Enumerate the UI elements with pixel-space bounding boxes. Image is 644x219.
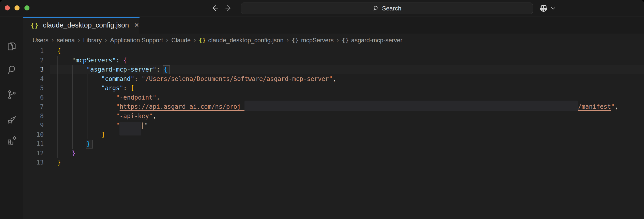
titlebar: Search <box>0 0 644 17</box>
breadcrumb-label: selena <box>57 37 75 44</box>
code-line[interactable]: "mcpServers": { <box>44 56 127 65</box>
chevron-right-icon: › <box>104 36 107 44</box>
breadcrumb-item[interactable]: {}mcpServers <box>292 37 333 44</box>
code-token: "-endpoint" <box>116 94 156 101</box>
line-number[interactable]: 4 <box>23 74 44 84</box>
chevron-right-icon: › <box>78 36 80 44</box>
branch-icon <box>6 89 17 101</box>
breadcrumb-label: asgard-mcp-server <box>351 37 402 44</box>
command-center-search-box[interactable]: Search <box>241 3 533 14</box>
code-line[interactable]: "|" <box>44 121 148 130</box>
sidebar-item-extensions[interactable] <box>6 135 17 147</box>
breadcrumb-item[interactable]: Claude <box>171 37 191 44</box>
code-token: | <box>141 122 144 129</box>
code-token: "args" <box>101 85 123 92</box>
code-row: 11} <box>23 139 644 149</box>
chevron-right-icon: › <box>51 36 54 44</box>
redacted-text-gap <box>120 127 141 127</box>
copilot-menu-button[interactable] <box>539 3 556 13</box>
code-token: " <box>144 122 148 129</box>
code-token: "mcpServers" <box>72 57 116 64</box>
code-row: 2"mcpServers": { <box>23 56 644 65</box>
breadcrumb-label: Application Support <box>110 37 163 44</box>
code-token: [ <box>131 85 134 92</box>
code-line[interactable]: "command": "/Users/selena/Documents/Soft… <box>44 74 336 84</box>
code-token: : <box>116 57 123 64</box>
breadcrumb-item[interactable]: Application Support <box>110 37 163 44</box>
code-token: , <box>615 103 618 110</box>
breadcrumb-label: Library <box>83 37 102 44</box>
editor[interactable]: 1{2"mcpServers": {3"asgard-mcp-server": … <box>23 46 644 219</box>
chevron-down-icon <box>550 7 556 10</box>
chevron-right-icon: › <box>166 36 168 44</box>
tab-claude-desktop-config[interactable]: {} claude_desktop_config.json ✕ <box>23 17 140 34</box>
code-row: 3"asgard-mcp-server": { <box>23 65 644 74</box>
line-number[interactable]: 9 <box>23 121 44 130</box>
code-line[interactable]: "args": [ <box>44 84 134 93</box>
line-number[interactable]: 11 <box>23 139 44 149</box>
code-token: : <box>156 66 164 73</box>
code-token: , <box>333 75 336 83</box>
json-braces-icon: {} <box>342 37 349 43</box>
code-line[interactable]: { <box>44 46 61 56</box>
code-row: 13} <box>23 158 644 167</box>
traffic-light-minimize-button[interactable] <box>14 5 20 10</box>
code-line[interactable]: ] <box>44 130 105 140</box>
sidebar-item-explorer[interactable] <box>6 41 17 52</box>
breadcrumb-item[interactable]: selena <box>57 37 75 44</box>
tab-close-button[interactable]: ✕ <box>134 22 139 28</box>
code-line[interactable]: "asgard-mcp-server": { <box>44 65 167 74</box>
code-token: } <box>57 159 61 166</box>
line-number[interactable]: 7 <box>23 102 44 112</box>
forward-button[interactable] <box>224 4 233 13</box>
line-number[interactable]: 13 <box>23 158 44 167</box>
search-icon <box>6 64 17 76</box>
line-number[interactable]: 6 <box>23 93 44 102</box>
traffic-light-zoom-button[interactable] <box>24 5 29 10</box>
code-line[interactable]: "-endpoint", <box>44 93 160 102</box>
code-token: "-api-key" <box>116 113 153 120</box>
line-number[interactable]: 10 <box>23 130 44 140</box>
code-row: 1{ <box>23 46 644 56</box>
line-number[interactable]: 1 <box>23 46 44 56</box>
line-number[interactable]: 12 <box>23 149 44 158</box>
code-line[interactable]: "-api-key", <box>44 112 156 121</box>
code-line[interactable]: } <box>44 158 61 167</box>
code-token: { <box>57 47 61 54</box>
line-number[interactable]: 5 <box>23 84 44 93</box>
json-braces-icon: {} <box>292 37 299 43</box>
activity-bar <box>0 17 23 219</box>
breadcrumb-item[interactable]: {}asgard-mcp-server <box>342 37 403 44</box>
sidebar-item-source-control[interactable] <box>6 90 17 101</box>
chevron-right-icon: › <box>193 36 196 44</box>
line-number[interactable]: 3 <box>23 65 44 74</box>
code-token: : <box>134 75 142 83</box>
code-line[interactable]: "https://api.asgard-ai.com/ns/proj-/mani… <box>44 102 618 112</box>
tab-label: claude_desktop_config.json <box>43 21 129 29</box>
code-token: : <box>123 85 131 92</box>
breadcrumb-item[interactable]: {}claude_desktop_config.json <box>199 37 284 44</box>
code-line[interactable]: } <box>44 149 75 158</box>
back-button[interactable] <box>210 4 220 13</box>
code-token: /manifest <box>578 103 611 110</box>
line-number[interactable]: 2 <box>23 56 44 65</box>
extensions-icon <box>6 135 17 147</box>
arrow-left-icon <box>211 4 219 13</box>
code-row: 8"-api-key", <box>23 112 644 121</box>
code-token: " <box>116 103 119 110</box>
code-row: 9"|" <box>23 121 644 130</box>
debug-icon <box>6 114 17 126</box>
sidebar-item-run-debug[interactable] <box>6 115 17 126</box>
breadcrumb-item[interactable]: Users <box>33 37 49 44</box>
code-token: "command" <box>101 75 134 83</box>
chevron-right-icon: › <box>336 36 339 44</box>
code-row: 7"https://api.asgard-ai.com/ns/proj-/man… <box>23 102 644 112</box>
code-line[interactable]: } <box>44 139 90 149</box>
arrow-right-icon <box>224 4 233 13</box>
sidebar-item-search[interactable] <box>6 65 17 76</box>
code-token: " <box>116 122 119 129</box>
breadcrumb-item[interactable]: Library <box>83 37 102 44</box>
breadcrumb-label: Users <box>33 37 49 44</box>
line-number[interactable]: 8 <box>23 112 44 121</box>
traffic-light-close-button[interactable] <box>5 5 10 10</box>
